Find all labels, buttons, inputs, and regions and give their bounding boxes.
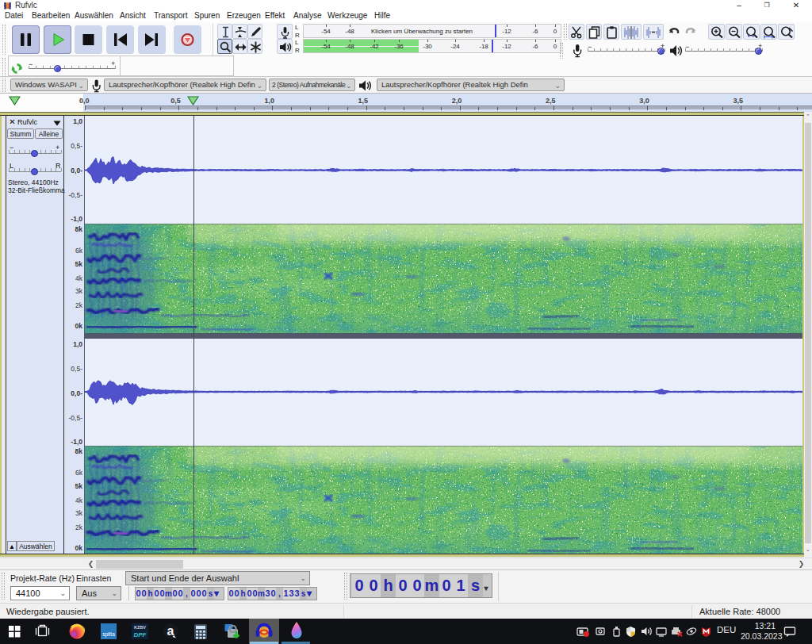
svg-text:a: a bbox=[167, 624, 174, 638]
svg-text:KZBV: KZBV bbox=[134, 625, 146, 630]
svg-text:DPF: DPF bbox=[134, 631, 147, 638]
svg-text:spitta: spitta bbox=[102, 631, 115, 638]
